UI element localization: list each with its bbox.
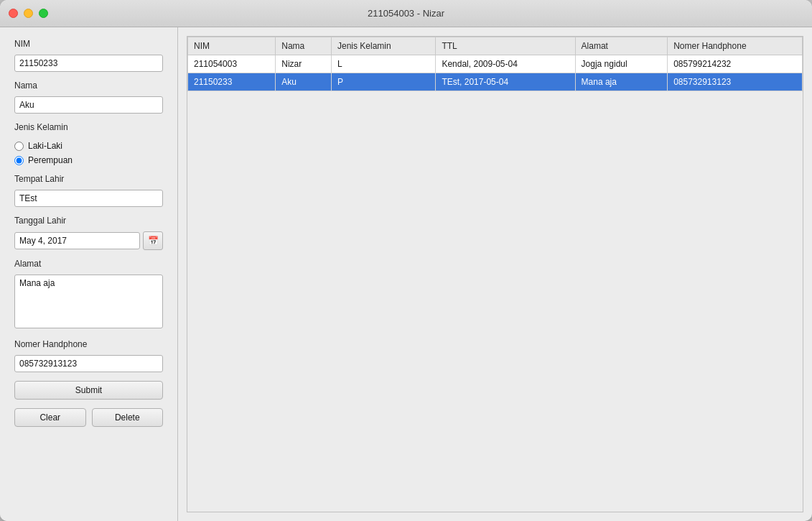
table-cell: Jogja ngidul: [575, 55, 668, 73]
jenis-kelamin-label: Jenis Kelamin: [14, 122, 163, 132]
nama-label: Nama: [14, 80, 163, 91]
date-picker-button[interactable]: 📅: [143, 231, 163, 250]
clear-button[interactable]: Clear: [14, 408, 86, 427]
traffic-lights: [9, 9, 48, 18]
minimize-button[interactable]: [24, 9, 33, 18]
data-table: NIM Nama Jenis Kelamin TTL Alamat Nomer …: [187, 37, 803, 91]
table-container: NIM Nama Jenis Kelamin TTL Alamat Nomer …: [187, 36, 803, 512]
table-cell: 211054003: [188, 55, 276, 73]
nomer-hp-label: Nomer Handphone: [14, 339, 163, 349]
tanggal-lahir-row: 📅: [14, 231, 163, 250]
table-cell: 085799214232: [668, 55, 803, 73]
table-header-row: NIM Nama Jenis Kelamin TTL Alamat Nomer …: [188, 37, 803, 55]
col-nomer-hp: Nomer Handphone: [668, 37, 803, 55]
tanggal-lahir-label: Tanggal Lahir: [14, 216, 163, 226]
titlebar: 211054003 - Nizar: [0, 0, 812, 27]
sidebar: NIM Nama Jenis Kelamin Laki-Laki Perempu…: [0, 27, 178, 521]
table-cell: TEst, 2017-05-04: [436, 73, 575, 91]
radio-perempuan-label: Perempuan: [28, 155, 73, 165]
alamat-label: Alamat: [14, 259, 163, 269]
col-nama: Nama: [276, 37, 332, 55]
col-jenis-kelamin: Jenis Kelamin: [331, 37, 435, 55]
radio-laki-laki-input[interactable]: [14, 142, 24, 151]
table-header: NIM Nama Jenis Kelamin TTL Alamat Nomer …: [188, 37, 803, 55]
jenis-kelamin-group: Laki-Laki Perempuan: [14, 141, 163, 165]
delete-button[interactable]: Delete: [92, 408, 164, 427]
table-cell: 085732913123: [668, 73, 803, 91]
table-body: 211054003NizarLKendal, 2009-05-04Jogja n…: [188, 55, 803, 91]
bottom-buttons: Clear Delete: [14, 408, 163, 427]
table-cell: Aku: [276, 73, 332, 91]
table-cell: Nizar: [276, 55, 332, 73]
tempat-lahir-label: Tempat Lahir: [14, 174, 163, 184]
radio-perempuan-input[interactable]: [14, 156, 24, 165]
col-ttl: TTL: [436, 37, 575, 55]
tempat-lahir-input[interactable]: [14, 190, 163, 207]
main-window: 211054003 - Nizar NIM Nama Jenis Kelamin…: [0, 0, 812, 521]
close-button[interactable]: [9, 9, 18, 18]
window-title: 211054003 - Nizar: [368, 8, 444, 19]
submit-button[interactable]: Submit: [14, 381, 163, 400]
nomer-hp-input[interactable]: [14, 355, 163, 372]
table-cell: Kendal, 2009-05-04: [436, 55, 575, 73]
alamat-wrapper: Mana aja: [14, 275, 163, 331]
radio-laki-laki[interactable]: Laki-Laki: [14, 141, 163, 151]
col-nim: NIM: [188, 37, 276, 55]
radio-perempuan[interactable]: Perempuan: [14, 155, 163, 165]
nim-input[interactable]: [14, 55, 163, 72]
table-cell: 21150233: [188, 73, 276, 91]
table-cell: P: [331, 73, 435, 91]
maximize-button[interactable]: [39, 9, 48, 18]
table-cell: Mana aja: [575, 73, 668, 91]
content-area: NIM Nama Jenis Kelamin Laki-Laki Perempu…: [0, 27, 812, 521]
table-row[interactable]: 21150233AkuPTEst, 2017-05-04Mana aja0857…: [188, 73, 803, 91]
nim-label: NIM: [14, 39, 163, 49]
col-alamat: Alamat: [575, 37, 668, 55]
main-area: NIM Nama Jenis Kelamin TTL Alamat Nomer …: [178, 27, 812, 521]
alamat-textarea[interactable]: Mana aja: [14, 275, 163, 328]
radio-laki-laki-label: Laki-Laki: [28, 141, 62, 151]
nama-input[interactable]: [14, 96, 163, 114]
calendar-icon: 📅: [148, 236, 159, 246]
table-cell: L: [331, 55, 435, 73]
table-row[interactable]: 211054003NizarLKendal, 2009-05-04Jogja n…: [188, 55, 803, 73]
tanggal-lahir-input[interactable]: [14, 232, 140, 249]
